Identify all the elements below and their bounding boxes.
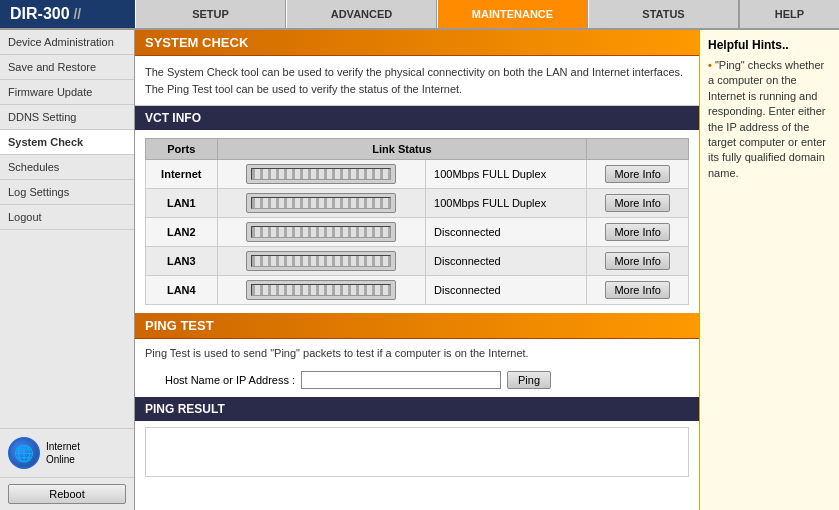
nav-tabs: SETUP ADVANCED MAINTENANCE STATUS <box>135 0 739 28</box>
port-graphic-cell <box>217 160 425 189</box>
port-graphic-cell <box>217 218 425 247</box>
table-row: Internet100Mbps FULL DuplexMore Info <box>146 160 689 189</box>
link-status-cell: Disconnected <box>426 247 587 276</box>
globe-icon: 🌐 <box>8 437 40 469</box>
vct-col-link: Link Status <box>217 139 587 160</box>
more-info-cell: More Info <box>587 276 689 305</box>
port-graphic <box>246 280 396 300</box>
reboot-section: Reboot <box>0 477 134 510</box>
reboot-button[interactable]: Reboot <box>8 484 126 504</box>
more-info-button[interactable]: More Info <box>605 223 669 241</box>
port-cell: LAN2 <box>146 218 218 247</box>
internet-status: 🌐 InternetOnline <box>0 428 134 477</box>
more-info-cell: More Info <box>587 160 689 189</box>
system-check-header: SYSTEM CHECK <box>135 30 699 56</box>
ping-desc: Ping Test is used to send "Ping" packets… <box>135 339 699 367</box>
more-info-cell: More Info <box>587 247 689 276</box>
sidebar-item-logout[interactable]: Logout <box>0 205 134 230</box>
sidebar-item-ddns[interactable]: DDNS Setting <box>0 105 134 130</box>
ping-header: PING TEST <box>135 313 699 339</box>
link-status-cell: Disconnected <box>426 218 587 247</box>
help-title: Helpful Hints.. <box>708 38 831 52</box>
vct-col-action <box>587 139 689 160</box>
tab-setup[interactable]: SETUP <box>135 0 286 28</box>
ping-label: Host Name or IP Address : <box>165 374 295 386</box>
port-graphic <box>246 193 396 213</box>
port-cell: LAN4 <box>146 276 218 305</box>
sidebar-item-save-restore[interactable]: Save and Restore <box>0 55 134 80</box>
vct-col-ports: Ports <box>146 139 218 160</box>
help-panel: Helpful Hints.. • "Ping" checks whether … <box>699 30 839 510</box>
sidebar-item-log-settings[interactable]: Log Settings <box>0 180 134 205</box>
sidebar-item-device-admin[interactable]: Device Administration <box>0 30 134 55</box>
port-graphic-cell <box>217 276 425 305</box>
table-row: LAN1100Mbps FULL DuplexMore Info <box>146 189 689 218</box>
ping-section: PING TEST Ping Test is used to send "Pin… <box>135 313 699 397</box>
vct-table: Ports Link Status Internet100Mbps FULL D… <box>145 138 689 305</box>
port-graphic <box>246 164 396 184</box>
more-info-button[interactable]: More Info <box>605 165 669 183</box>
port-graphic-cell <box>217 189 425 218</box>
ping-button[interactable]: Ping <box>507 371 551 389</box>
link-status-cell: 100Mbps FULL Duplex <box>426 189 587 218</box>
internet-label: InternetOnline <box>46 440 80 466</box>
vct-header: VCT INFO <box>135 106 699 130</box>
port-graphic-cell <box>217 247 425 276</box>
link-status-cell: Disconnected <box>426 276 587 305</box>
tab-maintenance[interactable]: MAINTENANCE <box>437 0 588 28</box>
ping-result-header: PING RESULT <box>135 397 699 421</box>
ping-result-area <box>145 427 689 477</box>
main-content: SYSTEM CHECK The System Check tool can b… <box>135 30 699 510</box>
port-cell: LAN3 <box>146 247 218 276</box>
sidebar-item-schedules[interactable]: Schedules <box>0 155 134 180</box>
sidebar-item-firmware[interactable]: Firmware Update <box>0 80 134 105</box>
sidebar: Device Administration Save and Restore F… <box>0 30 135 510</box>
table-row: LAN2DisconnectedMore Info <box>146 218 689 247</box>
tab-status[interactable]: STATUS <box>588 0 739 28</box>
port-graphic <box>246 222 396 242</box>
more-info-cell: More Info <box>587 218 689 247</box>
ping-form: Host Name or IP Address : Ping <box>135 367 699 397</box>
port-cell: Internet <box>146 160 218 189</box>
table-row: LAN3DisconnectedMore Info <box>146 247 689 276</box>
more-info-button[interactable]: More Info <box>605 281 669 299</box>
logo-slashes: // <box>70 6 82 22</box>
ping-input[interactable] <box>301 371 501 389</box>
tab-advanced[interactable]: ADVANCED <box>286 0 437 28</box>
more-info-button[interactable]: More Info <box>605 252 669 270</box>
help-body: • "Ping" checks whether a computer on th… <box>708 58 831 181</box>
logo-text: DIR-300 <box>10 5 70 23</box>
system-check-desc: The System Check tool can be used to ver… <box>135 56 699 106</box>
port-graphic <box>246 251 396 271</box>
tab-help[interactable]: HELP <box>739 0 839 28</box>
more-info-cell: More Info <box>587 189 689 218</box>
link-status-cell: 100Mbps FULL Duplex <box>426 160 587 189</box>
port-cell: LAN1 <box>146 189 218 218</box>
sidebar-item-system-check[interactable]: System Check <box>0 130 134 155</box>
table-row: LAN4DisconnectedMore Info <box>146 276 689 305</box>
logo: DIR-300 // <box>0 0 135 28</box>
more-info-button[interactable]: More Info <box>605 194 669 212</box>
